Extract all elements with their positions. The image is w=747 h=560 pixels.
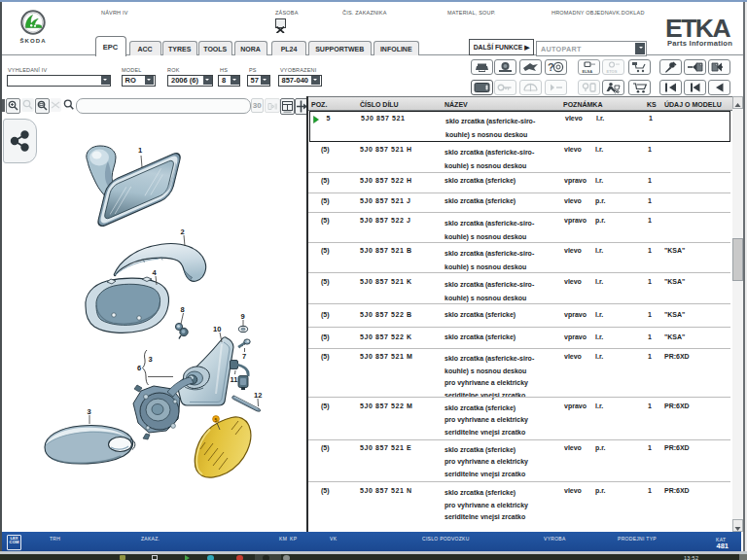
svg-text:12: 12	[254, 391, 262, 400]
svg-text:3: 3	[88, 407, 91, 416]
svg-text:5: 5	[214, 417, 217, 423]
svg-text:2: 2	[181, 228, 185, 236]
svg-text:10: 10	[213, 325, 221, 333]
svg-text:3: 3	[149, 355, 153, 364]
svg-text:4: 4	[153, 268, 158, 277]
svg-text:8: 8	[181, 305, 185, 314]
svg-text:11: 11	[231, 375, 238, 384]
svg-text:1: 1	[138, 146, 142, 155]
svg-text:9: 9	[241, 312, 245, 321]
svg-text:7: 7	[242, 352, 246, 361]
svg-text:6: 6	[137, 364, 141, 372]
